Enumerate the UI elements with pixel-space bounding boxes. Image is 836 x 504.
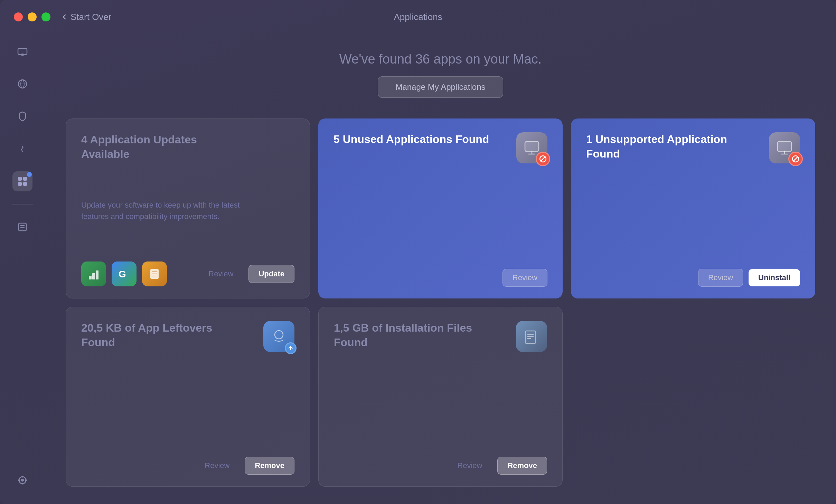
back-label: Start Over: [71, 12, 111, 22]
sidebar-item-settings[interactable]: [12, 470, 32, 490]
notification-badge: [27, 172, 32, 177]
card-leftovers: 20,5 KB of App Leftovers Found: [66, 307, 310, 487]
traffic-lights: [14, 12, 50, 21]
app-icon-pages: [142, 261, 167, 286]
maximize-button[interactable]: [41, 12, 50, 21]
card-updates-header: 4 Application Updates Available: [81, 133, 294, 161]
review-button-unused[interactable]: Review: [502, 269, 547, 287]
svg-point-39: [275, 331, 283, 339]
close-button[interactable]: [14, 12, 23, 21]
card-unused: 5 Unused Applications Found: [318, 118, 563, 298]
minimize-button[interactable]: [28, 12, 37, 21]
app-icon-google: G: [112, 261, 137, 286]
svg-rect-22: [92, 273, 95, 279]
svg-rect-7: [18, 177, 22, 181]
update-button[interactable]: Update: [248, 265, 294, 283]
window-title: Applications: [394, 12, 442, 22]
cards-grid: 4 Application Updates Available Update y…: [66, 118, 815, 487]
card-installation-footer: Review Remove: [334, 457, 547, 475]
sidebar-item-speed[interactable]: [12, 139, 32, 159]
card-updates: 4 Application Updates Available Update y…: [66, 118, 310, 298]
card-leftovers-header: 20,5 KB of App Leftovers Found: [81, 321, 294, 352]
sidebar-item-apps[interactable]: [12, 171, 32, 191]
svg-rect-10: [23, 182, 27, 186]
leftovers-icon: [263, 321, 294, 352]
sidebar-item-disk[interactable]: [12, 41, 32, 61]
svg-point-17: [22, 476, 24, 478]
leftovers-badge: [285, 342, 297, 354]
prohibition-badge-unsupported: [788, 152, 803, 166]
svg-rect-21: [89, 276, 92, 279]
card-updates-footer: G Review: [81, 261, 294, 286]
review-button-leftovers[interactable]: Review: [195, 457, 239, 474]
app-icon-numbers: [81, 261, 106, 286]
sidebar-divider: [12, 204, 33, 205]
card-unsupported-footer: Review Uninstall: [586, 269, 800, 287]
svg-rect-8: [23, 177, 27, 181]
svg-point-19: [18, 479, 20, 481]
card-unused-footer: Review: [334, 269, 547, 287]
sidebar-item-files[interactable]: [12, 217, 32, 237]
card-unsupported-title: 1 Unsupported Application Found: [586, 132, 746, 161]
card-unsupported: 1 Unsupported Application Found: [571, 118, 815, 298]
sidebar-item-privacy[interactable]: [12, 106, 32, 126]
card-unused-header: 5 Unused Applications Found: [334, 132, 547, 163]
sidebar: [0, 0, 45, 504]
card-unused-icon: [516, 132, 547, 163]
review-button-installation[interactable]: Review: [448, 457, 492, 474]
uninstall-button[interactable]: Uninstall: [749, 269, 800, 286]
card-unsupported-icon: [769, 132, 800, 163]
card-installation: 1,5 GB of Installation Files Found Revie…: [318, 307, 563, 487]
prohibition-badge-unused: [536, 152, 550, 166]
svg-point-15: [21, 479, 24, 482]
app-icons-row: G: [81, 261, 167, 286]
card-unsupported-header: 1 Unsupported Application Found: [586, 132, 800, 163]
card-unused-title: 5 Unused Applications Found: [334, 132, 489, 147]
manage-applications-button[interactable]: Manage My Applications: [378, 76, 503, 98]
card-leftovers-title: 20,5 KB of App Leftovers Found: [81, 321, 241, 350]
svg-rect-29: [525, 142, 539, 151]
installation-icon: [516, 321, 547, 352]
remove-button-leftovers[interactable]: Remove: [245, 457, 294, 475]
titlebar: Start Over Applications: [0, 0, 836, 31]
found-text: We've found 36 apps on your Mac.: [66, 52, 815, 67]
card-updates-title: 4 Application Updates Available: [81, 133, 241, 161]
card-installation-header: 1,5 GB of Installation Files Found: [334, 321, 547, 352]
back-button[interactable]: Start Over: [61, 12, 111, 22]
svg-marker-6: [21, 144, 24, 153]
review-button-unsupported[interactable]: Review: [698, 269, 743, 287]
svg-line-38: [793, 156, 798, 161]
svg-point-20: [25, 479, 27, 481]
svg-point-18: [22, 483, 24, 485]
review-button-updates[interactable]: Review: [199, 265, 243, 283]
svg-rect-23: [96, 270, 98, 279]
remove-button-installation[interactable]: Remove: [497, 457, 547, 475]
card-leftovers-footer: Review Remove: [81, 457, 294, 475]
svg-text:G: G: [119, 269, 126, 279]
main-content: We've found 36 apps on your Mac. Manage …: [45, 31, 836, 504]
svg-rect-34: [778, 142, 791, 151]
card-installation-title: 1,5 GB of Installation Files Found: [334, 321, 494, 350]
svg-rect-9: [18, 182, 22, 186]
svg-rect-40: [525, 331, 536, 343]
svg-line-33: [541, 156, 545, 161]
app-window: Start Over Applications We've found 36 a…: [0, 0, 836, 504]
sidebar-bottom: [0, 470, 45, 490]
card-updates-subtitle: Update your software to keep up with the…: [81, 199, 252, 222]
sidebar-item-globe[interactable]: [12, 74, 32, 94]
